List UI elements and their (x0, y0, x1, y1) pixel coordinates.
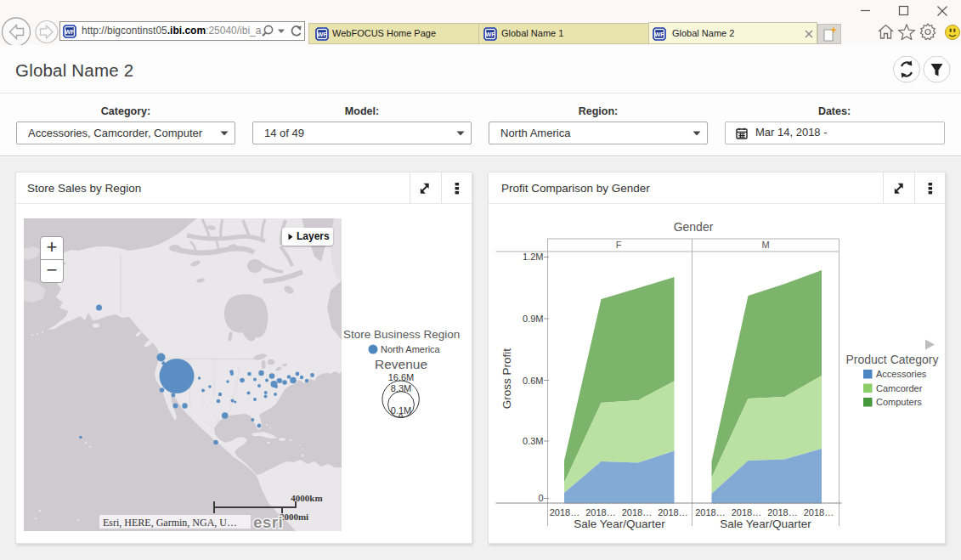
svg-text:8.3M: 8.3M (391, 383, 411, 393)
svg-text:2018…: 2018… (622, 507, 652, 518)
svg-text:2018…: 2018… (585, 507, 615, 518)
svg-text:0.1M: 0.1M (391, 405, 411, 416)
svg-text:WF: WF (65, 28, 75, 36)
svg-text:0: 0 (538, 493, 543, 503)
svg-text:esri: esri (253, 513, 283, 531)
svg-text:WF: WF (317, 31, 327, 38)
svg-text:2018…: 2018… (732, 507, 761, 518)
svg-text:Sale Year/Quarter: Sale Year/Quarter (720, 518, 811, 530)
svg-text:WF: WF (485, 31, 495, 38)
svg-text:Gender: Gender (674, 220, 714, 234)
svg-text:Sale Year/Quarter: Sale Year/Quarter (574, 518, 665, 530)
svg-text:Product Category: Product Category (846, 353, 939, 366)
svg-text:2018…: 2018… (658, 507, 687, 518)
svg-text:0.9M: 0.9M (523, 314, 543, 324)
svg-text:2018…: 2018… (550, 507, 579, 518)
svg-text:0.3M: 0.3M (523, 436, 543, 446)
svg-text:1.2M: 1.2M (523, 252, 543, 262)
svg-text:4000km: 4000km (291, 493, 322, 503)
svg-text:2000mi: 2000mi (280, 512, 308, 522)
svg-text:WF: WF (654, 31, 664, 38)
svg-text:M: M (761, 240, 769, 250)
svg-text:Camcorder: Camcorder (876, 383, 923, 393)
svg-text:2018…: 2018… (695, 507, 725, 518)
svg-text:Gross Profit: Gross Profit (500, 348, 513, 410)
svg-text:0.6M: 0.6M (523, 376, 543, 386)
svg-text:2018…: 2018… (804, 507, 834, 518)
svg-text:Computers: Computers (876, 397, 922, 407)
svg-text:Accessories: Accessories (876, 369, 927, 379)
svg-text:Esri, HERE, Garmin, NGA, U…: Esri, HERE, Garmin, NGA, U… (103, 517, 237, 529)
svg-text:2018…: 2018… (767, 507, 797, 518)
svg-text:F: F (616, 240, 622, 250)
